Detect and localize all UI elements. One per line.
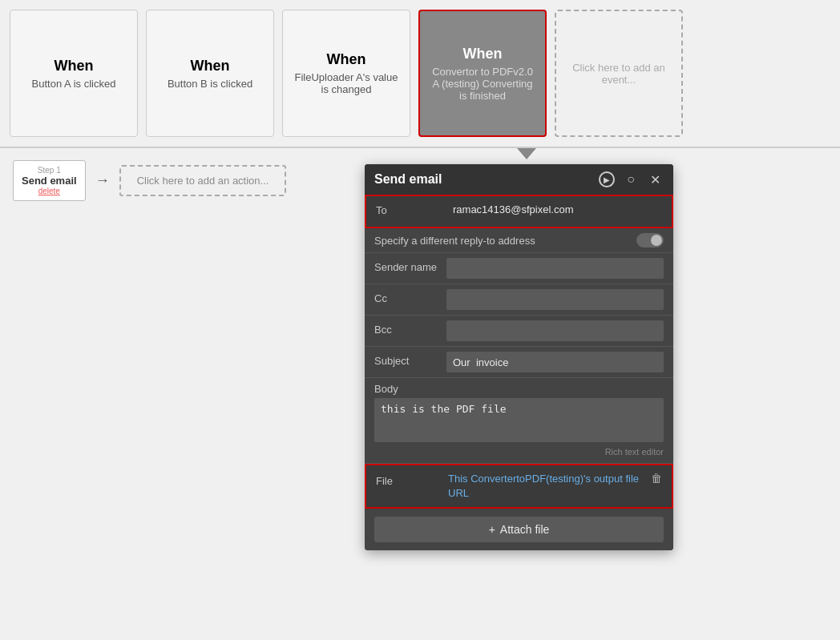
plus-icon: +: [489, 523, 495, 536]
step-name: Send email: [22, 175, 77, 187]
when-label-convertor: When: [463, 46, 503, 62]
cc-row: Cc: [365, 284, 673, 316]
events-area: When Button A is clicked When Button B i…: [0, 0, 840, 148]
close-icon: ✕: [650, 172, 660, 187]
when-desc-convertor: Convertor to PDFv2.0 A (testing) Convert…: [428, 66, 537, 102]
selected-arrow: [517, 148, 536, 159]
subject-row: Subject: [365, 347, 673, 378]
panel-title: Send email: [374, 172, 442, 187]
close-button[interactable]: ✕: [646, 171, 664, 188]
when-label-btn-a: When: [55, 58, 94, 74]
reply-to-toggle[interactable]: [636, 233, 664, 248]
play-icon: ▶: [599, 171, 615, 187]
send-email-panel: Send email ▶ ○ ✕ To ramac14136@sfpixel.c…: [365, 164, 673, 550]
sender-name-input[interactable]: [446, 258, 664, 279]
to-label: To: [376, 201, 448, 216]
event-card-btn-b[interactable]: When Button B is clicked: [146, 10, 274, 137]
step-number: Step 1: [22, 166, 77, 175]
when-label-btn-b: When: [191, 58, 230, 74]
sender-name-row: Sender name: [365, 253, 673, 284]
delete-action-link[interactable]: delete: [22, 187, 77, 195]
arrow-right-icon: →: [95, 172, 110, 189]
reply-to-label: Specify a different reply-to address: [374, 235, 630, 247]
panel-header: Send email ▶ ○ ✕: [365, 164, 673, 195]
body-label: Body: [374, 383, 664, 395]
event-card-convertor[interactable]: When Convertor to PDFv2.0 A (testing) Co…: [418, 10, 547, 137]
cc-label: Cc: [374, 289, 446, 304]
panel-header-icons: ▶ ○ ✕: [598, 171, 664, 188]
bcc-input[interactable]: [446, 320, 664, 341]
when-desc-btn-a: Button A is clicked: [32, 78, 116, 90]
file-delete-button[interactable]: 🗑: [651, 472, 662, 485]
file-value[interactable]: This ConvertertoPDF(testing)'s output fi…: [448, 472, 648, 501]
event-card-add[interactable]: Click here to add an event...: [555, 10, 683, 137]
chat-button[interactable]: ○: [622, 171, 640, 188]
when-desc-btn-b: Button B is clicked: [168, 78, 252, 90]
file-row: File This ConvertertoPDF(testing)'s outp…: [365, 464, 673, 509]
file-label: File: [376, 472, 448, 487]
body-textarea[interactable]: this is the PDF file: [374, 398, 664, 442]
event-card-btn-a[interactable]: When Button A is clicked: [10, 10, 138, 137]
body-row: Body this is the PDF file Rich text edit…: [365, 378, 673, 464]
attach-file-row: + Attach file: [365, 509, 673, 550]
to-value: ramac14136@sfpixel.com: [448, 201, 662, 222]
play-button[interactable]: ▶: [598, 171, 616, 188]
chat-icon: ○: [627, 172, 635, 187]
action-step-box: Step 1 Send email delete: [13, 160, 86, 201]
attach-file-button[interactable]: + Attach file: [374, 517, 664, 542]
bcc-row: Bcc: [365, 316, 673, 347]
rich-text-hint: Rich text editor: [374, 445, 664, 458]
when-label-file-uploader: When: [327, 51, 366, 68]
when-desc-file-uploader: FileUploader A's value is changed: [291, 71, 402, 95]
sender-name-label: Sender name: [374, 258, 446, 273]
to-field-row: To ramac14136@sfpixel.com: [365, 195, 673, 228]
event-card-file-uploader[interactable]: When FileUploader A's value is changed: [282, 10, 410, 137]
cc-input[interactable]: [446, 289, 664, 310]
subject-label: Subject: [374, 352, 446, 367]
add-event-label: Click here to add an event...: [564, 62, 673, 86]
bcc-label: Bcc: [374, 320, 446, 336]
add-action-button[interactable]: Click here to add an action...: [119, 165, 287, 196]
subject-input[interactable]: [446, 352, 664, 372]
attach-file-label: Attach file: [500, 523, 549, 536]
reply-to-row: Specify a different reply-to address: [365, 228, 673, 253]
